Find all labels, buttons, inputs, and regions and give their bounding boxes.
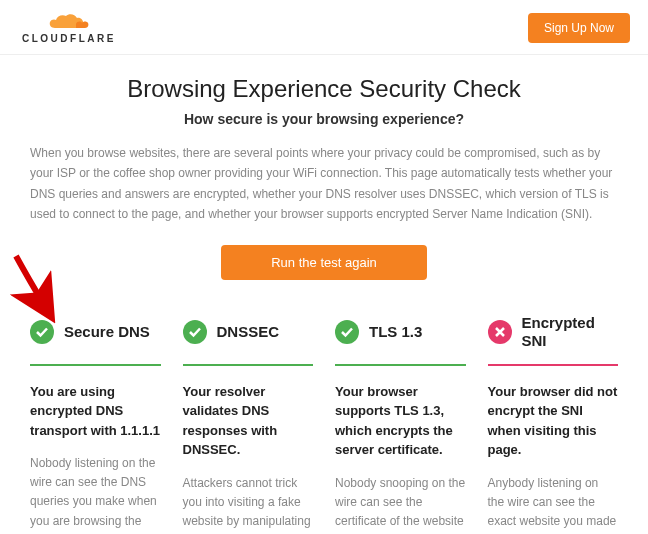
card-header: Encrypted SNI — [488, 310, 619, 354]
card-dnssec: DNSSEC Your resolver validates DNS respo… — [183, 310, 314, 534]
sign-up-button[interactable]: Sign Up Now — [528, 13, 630, 43]
card-tls: TLS 1.3 Your browser supports TLS 1.3, w… — [335, 310, 466, 534]
card-description: Nobody listening on the wire can see the… — [30, 454, 161, 534]
header-bar: CLOUDFLARE Sign Up Now — [0, 0, 648, 55]
page-title: Browsing Experience Security Check — [30, 75, 618, 103]
card-summary: You are using encrypted DNS transport wi… — [30, 382, 161, 441]
card-description: Nobody snooping on the wire can see the … — [335, 474, 466, 534]
brand-name: CLOUDFLARE — [22, 33, 116, 44]
card-title: Secure DNS — [64, 323, 150, 341]
card-description: Attackers cannot trick you into visiting… — [183, 474, 314, 534]
card-header: TLS 1.3 — [335, 310, 466, 354]
card-header: Secure DNS — [30, 310, 161, 354]
divider — [335, 364, 466, 366]
checkmark-icon — [335, 320, 359, 344]
checkmark-icon — [30, 320, 54, 344]
card-secure-dns: Secure DNS You are using encrypted DNS t… — [30, 310, 161, 534]
divider — [488, 364, 619, 366]
checkmark-icon — [183, 320, 207, 344]
card-summary: Your browser did not encrypt the SNI whe… — [488, 382, 619, 460]
results-grid: Secure DNS You are using encrypted DNS t… — [30, 310, 618, 534]
cloudflare-cloud-icon — [47, 12, 91, 32]
card-title: Encrypted SNI — [522, 314, 619, 350]
card-summary: Your resolver validates DNS responses wi… — [183, 382, 314, 460]
run-test-button[interactable]: Run the test again — [221, 245, 427, 280]
page-subtitle: How secure is your browsing experience? — [30, 111, 618, 127]
intro-paragraph: When you browse websites, there are seve… — [30, 143, 618, 225]
divider — [30, 364, 161, 366]
card-encrypted-sni: Encrypted SNI Your browser did not encry… — [488, 310, 619, 534]
run-button-wrap: Run the test again — [30, 245, 618, 280]
cloudflare-logo[interactable]: CLOUDFLARE — [22, 12, 116, 44]
card-title: TLS 1.3 — [369, 323, 422, 341]
divider — [183, 364, 314, 366]
main-content: Browsing Experience Security Check How s… — [0, 55, 648, 534]
card-description: Anybody listening on the wire can see th… — [488, 474, 619, 534]
card-title: DNSSEC — [217, 323, 280, 341]
x-icon — [488, 320, 512, 344]
card-summary: Your browser supports TLS 1.3, which enc… — [335, 382, 466, 460]
card-header: DNSSEC — [183, 310, 314, 354]
